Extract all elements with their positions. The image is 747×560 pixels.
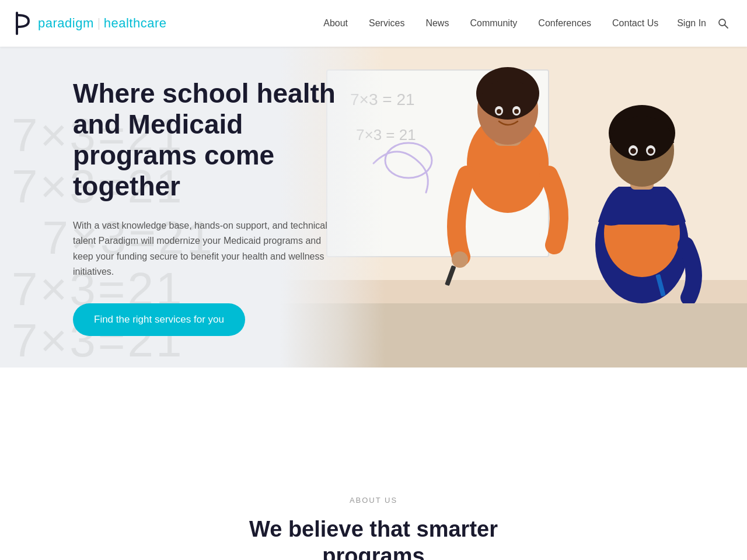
hero-title: Where school health and Medicaid program… xyxy=(73,78,344,202)
logo-brand: paradigm xyxy=(38,16,94,30)
about-title: We believe that smarter programs xyxy=(198,516,549,560)
svg-point-16 xyxy=(514,109,519,114)
hero-subtitle: With a vast knowledge base, hands-on sup… xyxy=(73,218,341,280)
svg-line-2 xyxy=(725,25,728,29)
search-icon[interactable] xyxy=(717,17,729,30)
nav-signin[interactable]: Sign In xyxy=(669,18,714,29)
nav-news[interactable]: News xyxy=(415,18,459,29)
main-nav: About Services News Community Conference… xyxy=(313,17,729,30)
about-section: ABOUT US We believe that smarter program… xyxy=(0,461,747,560)
nav-community[interactable]: Community xyxy=(459,18,528,29)
about-label: ABOUT US xyxy=(18,496,729,505)
hero-content: Where school health and Medicaid program… xyxy=(0,47,374,368)
logo-healthcare: healthcare xyxy=(104,16,167,30)
svg-point-15 xyxy=(497,109,501,114)
find-services-button[interactable]: Find the right services for you xyxy=(73,303,245,336)
hero-section: 7×3=21 7×3=21 7×3=21 7×3=21 7×3=21 7×3=2… xyxy=(0,47,747,368)
site-header: paradigmhealthcare About Services News C… xyxy=(0,0,747,47)
nav-about[interactable]: About xyxy=(313,18,358,29)
logo-text: paradigmhealthcare xyxy=(38,16,166,31)
nav-services[interactable]: Services xyxy=(358,18,415,29)
logo-divider xyxy=(99,18,99,30)
logo-icon xyxy=(15,10,33,36)
logo[interactable]: paradigmhealthcare xyxy=(15,10,166,36)
svg-point-26 xyxy=(630,148,636,154)
svg-point-27 xyxy=(648,148,654,154)
spacer-section xyxy=(0,368,747,461)
nav-contact[interactable]: Contact Us xyxy=(602,18,669,29)
nav-conferences[interactable]: Conferences xyxy=(528,18,602,29)
